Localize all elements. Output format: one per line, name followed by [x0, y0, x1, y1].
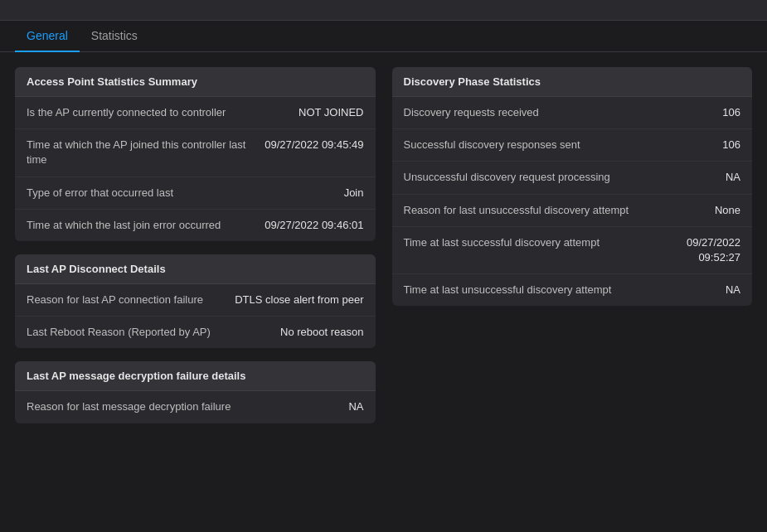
tabs-bar: General Statistics: [0, 21, 767, 52]
stat-row: Unsuccessful discovery request processin…: [392, 162, 753, 194]
stat-value: 106: [641, 138, 740, 152]
stat-row: Discovery requests received106: [392, 97, 753, 129]
stat-value: 09/27/2022 09:52:27: [641, 235, 740, 265]
stat-label: Discovery requests received: [404, 105, 642, 120]
section-header-last-ap-decryption: Last AP message decryption failure detai…: [15, 361, 376, 391]
stat-row: Last Reboot Reason (Reported by AP)No re…: [15, 317, 376, 348]
stat-row: Reason for last message decryption failu…: [15, 391, 376, 423]
stat-label: Is the AP currently connected to control…: [27, 105, 265, 120]
stat-row: Time at last successful discovery attemp…: [392, 227, 753, 274]
stat-label: Reason for last unsuccessful discovery a…: [404, 203, 642, 218]
section-body-discovery-phase-stats: Discovery requests received106Successful…: [392, 97, 753, 306]
section-discovery-phase-stats: Discovery Phase StatisticsDiscovery requ…: [392, 67, 753, 306]
stat-label: Successful discovery responses sent: [404, 138, 642, 152]
stat-value: No reboot reason: [265, 325, 364, 340]
title-bar: [0, 0, 767, 21]
stat-row: Reason for last AP connection failureDTL…: [15, 284, 376, 317]
stat-label: Time at last successful discovery attemp…: [404, 235, 642, 250]
stat-label: Reason for last message decryption failu…: [27, 399, 265, 414]
stat-value: None: [641, 203, 740, 218]
section-last-ap-disconnect: Last AP Disconnect DetailsReason for las…: [15, 254, 376, 348]
stat-row: Time at last unsuccessful discovery atte…: [392, 274, 753, 306]
stat-value: 106: [641, 105, 740, 120]
right-column: Discovery Phase StatisticsDiscovery requ…: [392, 67, 753, 423]
stat-value: DTLS close alert from peer: [235, 293, 363, 307]
tab-statistics[interactable]: Statistics: [80, 21, 149, 52]
stat-label: Last Reboot Reason (Reported by AP): [27, 325, 265, 340]
section-ap-stats-summary: Access Point Statistics SummaryIs the AP…: [15, 67, 376, 241]
stat-row: Successful discovery responses sent106: [392, 129, 753, 162]
stat-value: NOT JOINED: [265, 105, 364, 120]
section-body-ap-stats-summary: Is the AP currently connected to control…: [15, 97, 376, 241]
stat-label: Time at which the AP joined this control…: [27, 138, 265, 167]
content-area: Access Point Statistics SummaryIs the AP…: [0, 52, 767, 438]
stat-value: NA: [641, 170, 740, 185]
stat-row: Is the AP currently connected to control…: [15, 97, 376, 129]
stat-row: Reason for last unsuccessful discovery a…: [392, 195, 753, 227]
stat-value: Join: [265, 186, 364, 201]
stat-value: NA: [641, 283, 740, 297]
stat-label: Type of error that occurred last: [27, 186, 265, 201]
section-header-discovery-phase-stats: Discovery Phase Statistics: [392, 67, 753, 97]
section-body-last-ap-decryption: Reason for last message decryption failu…: [15, 391, 376, 423]
stat-label: Reason for last AP connection failure: [27, 293, 235, 307]
tab-general[interactable]: General: [15, 21, 80, 52]
section-body-last-ap-disconnect: Reason for last AP connection failureDTL…: [15, 284, 376, 348]
stat-label: Time at which the last join error occurr…: [27, 218, 265, 233]
stat-label: Unsuccessful discovery request processin…: [404, 170, 642, 185]
stat-label: Time at last unsuccessful discovery atte…: [404, 283, 642, 297]
stat-value: 09/27/2022 09:45:49: [265, 138, 364, 152]
stat-row: Type of error that occurred lastJoin: [15, 177, 376, 210]
left-column: Access Point Statistics SummaryIs the AP…: [15, 67, 376, 423]
stat-value: 09/27/2022 09:46:01: [265, 218, 364, 233]
section-header-last-ap-disconnect: Last AP Disconnect Details: [15, 254, 376, 284]
stat-row: Time at which the AP joined this control…: [15, 129, 376, 177]
stat-value: NA: [265, 399, 364, 414]
section-last-ap-decryption: Last AP message decryption failure detai…: [15, 361, 376, 423]
section-header-ap-stats-summary: Access Point Statistics Summary: [15, 67, 376, 97]
stat-row: Time at which the last join error occurr…: [15, 210, 376, 241]
